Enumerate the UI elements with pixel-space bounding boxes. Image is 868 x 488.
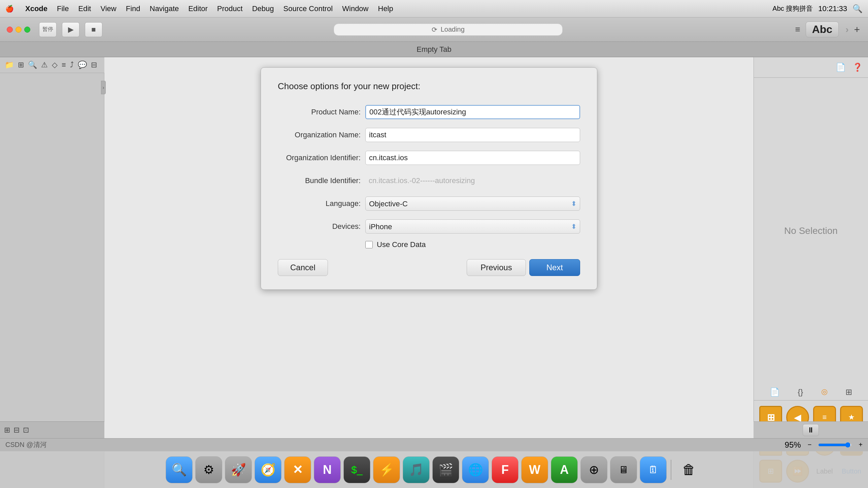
menu-help[interactable]: Help [378,4,393,13]
menu-edit[interactable]: Edit [78,4,91,13]
warning-icon[interactable]: ⚠ [41,61,48,69]
bt-icon2[interactable]: ⊟ [13,426,20,434]
grid-icon[interactable]: ⊟ [91,61,97,69]
org-name-input[interactable] [365,128,580,142]
bundle-id-display: cn.itcast.ios.-02------autoresizing [365,174,580,188]
dock-music[interactable]: 🎵 [403,456,430,483]
list-icon[interactable]: ≡ [62,61,66,69]
tab-circle-icon[interactable]: ◎ [821,387,828,397]
org-id-label: Organization Identifier: [278,154,365,162]
dock-finder[interactable]: 🔍 [166,456,193,483]
menu-view[interactable]: View [100,4,116,13]
branch-icon[interactable]: ⤴ [70,61,74,69]
expand-icon[interactable]: › [845,24,848,35]
right-pause-button[interactable]: ⏸ [803,424,819,436]
dock-terminal[interactable]: $_ [343,456,370,483]
dock-separator [671,460,671,480]
dock-sysprefs[interactable]: ⚙ [195,456,222,483]
hamburger-icon[interactable]: ≡ [794,23,802,36]
diamond-icon[interactable]: ◇ [52,61,58,69]
search-sidebar-icon[interactable]: 🔍 [28,61,37,69]
trash-icon: 🗑 [682,462,695,477]
zoom-slider[interactable] [818,442,852,448]
dock-word[interactable]: W [521,456,548,483]
tab-title: Empty Tab [416,45,452,54]
spinner-icon: ⟳ [432,26,437,34]
app1-icon: A [560,463,569,477]
sidebar-expand-handle[interactable]: › [101,81,106,94]
menu-source-control[interactable]: Source Control [283,4,333,13]
dock-app1[interactable]: A [551,456,578,483]
org-name-label: Organization Name: [278,131,365,139]
clock: 10:21:33 [818,4,847,13]
org-id-input[interactable] [365,151,580,165]
terminal-icon: $_ [351,464,362,476]
play-icon: ▶ [68,25,74,34]
menu-editor[interactable]: Editor [188,4,208,13]
question-icon[interactable]: ❓ [852,63,863,72]
add-button[interactable]: + [852,23,861,37]
zoom-in-icon[interactable]: + [859,441,863,449]
dock-safari[interactable]: 🧭 [254,456,281,483]
dock-browser[interactable]: 🌐 [462,456,489,483]
menu-debug[interactable]: Debug [252,4,274,13]
stop-button[interactable]: ■ [85,22,102,37]
chat-icon[interactable]: 💬 [78,61,87,69]
minimize-btn[interactable] [16,27,22,33]
maximize-btn[interactable] [24,27,30,33]
product-name-input[interactable] [365,105,580,119]
app3-icon: 🖥 [619,464,629,476]
dock-xcode[interactable]: ✕ [284,456,311,483]
dock-script-editor[interactable]: ⚡ [373,456,400,483]
next-button[interactable]: Next [529,259,580,276]
menu-xcode[interactable]: Xcode [25,4,48,13]
doc-icon[interactable]: 📄 [836,63,846,72]
play-button[interactable]: ▶ [62,22,80,37]
menu-find[interactable]: Find [126,4,141,13]
safari-icon: 🧭 [260,463,276,477]
dock-app3[interactable]: 🖥 [610,456,637,483]
dock-launchpad[interactable]: 🚀 [225,456,252,483]
apple-menu[interactable]: 🍎 [5,5,14,13]
close-btn[interactable] [7,27,13,33]
menubar: 🍎 Xcode File Edit View Find Navigate Edi… [0,0,868,18]
menu-file[interactable]: File [57,4,69,13]
language-select[interactable]: Objective-C Swift [365,197,580,211]
tab-file-icon[interactable]: 📄 [770,387,780,397]
dock-video[interactable]: 🎬 [432,456,459,483]
menu-window[interactable]: Window [342,4,368,13]
xcode-icon: ✕ [292,463,303,477]
right-sidebar-top: 📄 ❓ [754,57,868,78]
tab-code-icon[interactable]: {} [798,387,803,397]
bt-icon3[interactable]: ⊡ [23,426,29,434]
pause-button[interactable]: 暂停 [39,22,57,37]
dock-app4[interactable]: 🗓 [640,456,666,483]
search-icon[interactable]: 🔍 [852,4,863,13]
abc-badge: Abc [806,22,839,37]
dock: 🔍 ⚙ 🚀 🧭 ✕ N $_ ⚡ 🎵 🎬 🌐 F W A ⊕ 🖥 [0,451,868,488]
filezilla-icon: F [501,463,509,477]
menu-navigate[interactable]: Navigate [150,4,179,13]
devices-select[interactable]: iPhone iPad Universal [365,220,580,234]
folder-icon[interactable]: 📁 [5,61,14,69]
statusbar: CSDN @清河 95% − + [0,438,868,451]
loading-text: Loading [441,26,465,33]
toolbar-right: ≡ Abc › + [794,22,861,37]
dock-onenote[interactable]: N [314,456,341,483]
dock-app2[interactable]: ⊕ [581,456,608,483]
tab-grid-icon[interactable]: ⊞ [845,387,852,397]
dock-trash[interactable]: 🗑 [675,456,702,483]
main-layout: 📁 ⊞ 🔍 ⚠ ◇ ≡ ⤴ 💬 ⊟ › Choose options for y… [0,57,868,488]
menubar-right: Abc 搜狗拼音 10:21:33 🔍 [772,4,863,13]
dock-filezilla[interactable]: F [492,456,519,483]
language-label: Language: [278,199,365,208]
zoom-out-icon[interactable]: − [808,441,812,449]
finder-icon: 🔍 [172,463,187,477]
bt-icon1[interactable]: ⊞ [4,426,10,434]
code-icon[interactable]: ⊞ [18,61,24,69]
use-core-data-checkbox[interactable] [365,241,373,248]
menu-product[interactable]: Product [217,4,243,13]
cancel-button[interactable]: Cancel [278,259,328,276]
onenote-icon: N [323,463,332,477]
previous-button[interactable]: Previous [467,259,526,276]
